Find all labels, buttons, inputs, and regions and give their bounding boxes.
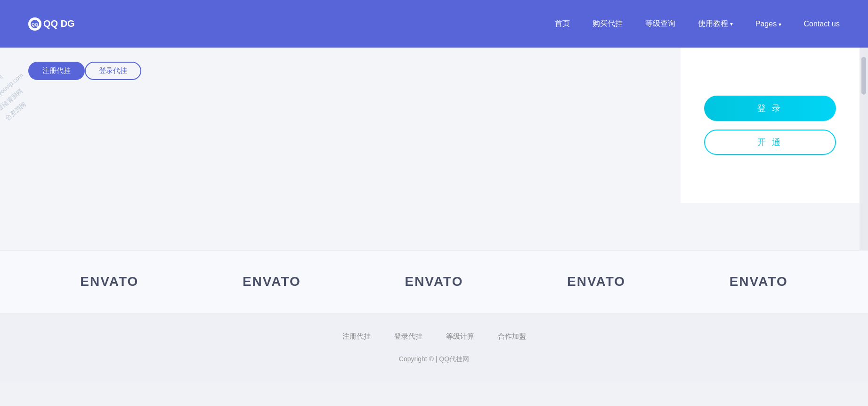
nav-item-home[interactable]: 首页	[555, 19, 570, 29]
footer: 注册代挂 登录代挂 等级计算 合作加盟 Copyright © | QQ代挂网	[0, 313, 868, 382]
site-logo[interactable]: QQ QQ DG	[28, 17, 75, 31]
nav-link-contact[interactable]: Contact us	[804, 20, 840, 28]
nav-item-pages[interactable]: Pages	[755, 20, 781, 28]
footer-link-register[interactable]: 注册代挂	[342, 332, 371, 341]
scrollbar-thumb[interactable]	[861, 57, 866, 95]
footer-link-login[interactable]: 登录代挂	[394, 332, 422, 341]
nav-link-buy[interactable]: 购买代挂	[592, 19, 623, 27]
scrollbar-area	[860, 48, 868, 250]
partner-logo-3: ENVATO	[405, 274, 463, 289]
nav-menu: 首页 购买代挂 等级查询 使用教程 Pages Contact us	[555, 19, 840, 29]
nav-link-level[interactable]: 等级查询	[645, 19, 675, 27]
nav-item-buy[interactable]: 购买代挂	[592, 19, 623, 29]
register-button[interactable]: 开 通	[704, 130, 836, 155]
footer-copyright: Copyright © | QQ代挂网	[28, 355, 840, 364]
svg-text:QQ: QQ	[32, 22, 38, 27]
nav-link-tutorial[interactable]: 使用教程	[698, 19, 732, 27]
nav-item-contact[interactable]: Contact us	[804, 20, 840, 28]
right-panel: 登 录 开 通	[681, 48, 860, 203]
partners-section: ENVATO ENVATO ENVATO ENVATO ENVATO	[0, 250, 868, 313]
nav-item-tutorial[interactable]: 使用教程	[698, 19, 732, 29]
content-left: 登陆资源网 合资源网 douyouvip.com 登陆资源网 合资源网 注册代挂…	[0, 48, 681, 250]
login-button[interactable]: 登 录	[704, 96, 836, 121]
tab-register[interactable]: 注册代挂	[28, 62, 85, 80]
logo-icon: QQ	[28, 17, 41, 31]
logo-text: QQ DG	[43, 18, 75, 29]
partner-logo-4: ENVATO	[567, 274, 625, 289]
partner-logo-1: ENVATO	[80, 274, 138, 289]
nav-link-home[interactable]: 首页	[555, 19, 570, 27]
footer-link-level[interactable]: 等级计算	[446, 332, 474, 341]
partner-logo-2: ENVATO	[243, 274, 301, 289]
footer-link-partner[interactable]: 合作加盟	[498, 332, 526, 341]
tab-login[interactable]: 登录代挂	[85, 62, 141, 80]
partner-logo-5: ENVATO	[730, 274, 788, 289]
nav-item-level[interactable]: 等级查询	[645, 19, 675, 29]
navbar: QQ QQ DG 首页 购买代挂 等级查询 使用教程 Pages Contact…	[0, 0, 868, 48]
main-content: 登陆资源网 合资源网 douyouvip.com 登陆资源网 合资源网 注册代挂…	[0, 48, 868, 250]
footer-links: 注册代挂 登录代挂 等级计算 合作加盟	[28, 332, 840, 341]
tab-bar: 注册代挂 登录代挂	[28, 62, 652, 80]
nav-link-pages[interactable]: Pages	[755, 20, 781, 28]
